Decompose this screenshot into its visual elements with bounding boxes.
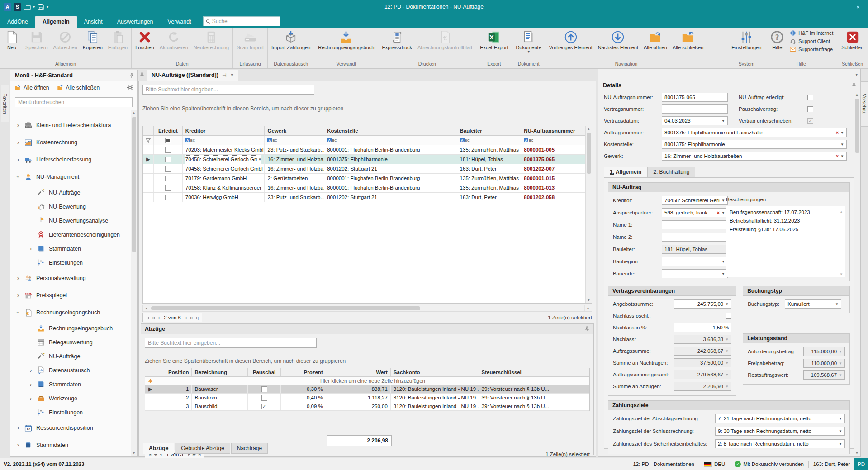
loeschen-button[interactable]: Löschen [133,29,157,50]
maximize-button[interactable] [828,0,848,14]
erledigt-checkbox[interactable] [165,185,171,191]
kostenstelle-field[interactable]: 8001375: Elbphilharmonie▼ [662,140,847,149]
table-row[interactable]: ▶70458: Schreinerei Gerloch Gm...▼16: Zi… [143,155,592,164]
add-row[interactable]: ✱Hier klicken um eine neue Zeile hinzuzu… [145,377,589,385]
ribbon-tab-ansicht[interactable]: Ansicht [77,16,110,28]
baubeginn-field[interactable]: ▼ [662,257,728,266]
chevron-down-icon[interactable]: ▼ [720,119,725,123]
last-page-icon[interactable]: ▸| [196,316,198,320]
pin-icon[interactable] [851,83,857,88]
scroll-down-icon[interactable]: ▼ [587,297,591,303]
menu-item-stammdaten[interactable]: ›Stammdaten [10,437,137,454]
prev-page-icon[interactable]: ◂ [157,316,159,320]
statusbar-pd-badge[interactable]: PD [854,458,868,470]
menu-item-ressourcendisposition[interactable]: ›12Ressourcendisposition [10,419,137,437]
ribbon-tab-auswertungen[interactable]: Auswertungen [110,16,161,28]
table-row[interactable]: 70203: Malermeister Klecks GmbH23: Putz-… [143,145,592,155]
close-window-button[interactable]: × [848,0,868,14]
filter-checkbox[interactable] [165,138,171,143]
chevron-down-icon[interactable]: ▼ [837,429,842,433]
column-header-steuerschluessel[interactable]: Steuerschlüssel [479,368,589,376]
ribbon-search[interactable] [203,16,280,26]
column-header-bauleiter[interactable]: Bauleiter [457,126,522,135]
import-zahlungen-button[interactable]: Import Zahlungen [269,29,313,50]
pin-icon[interactable] [129,73,134,78]
hilfe-button[interactable]: ?Hilfe [766,29,788,50]
menu-item-lieferscheinerfassung[interactable]: ›Lieferscheinerfassung [10,151,137,168]
column-header-position[interactable]: Position [156,368,192,376]
save-icon[interactable] [37,4,44,10]
scroll-right-icon[interactable]: ▸ [584,305,592,311]
ribbon-tab-verwandt[interactable]: Verwandt [161,16,199,28]
chevron-down-icon[interactable]: ▼ [720,199,725,203]
sidebar-scrollbar[interactable]: ▲ ▼ [131,110,137,456]
supportanfrage-button[interactable]: Supportanfrage [790,46,833,52]
ribbon-search-input[interactable] [212,18,277,24]
menu-item-rechnungseingangsbuch[interactable]: ›€Rechnungseingangsbuch [10,304,137,321]
menu-item-nu-management[interactable]: ›NU-Management [10,168,137,185]
scroll-up-icon[interactable]: ▲ [839,208,844,213]
ribbon-tab-allgemein[interactable]: Allgemein [35,16,77,28]
menu-item-klein-und-lieferscheinfaktura[interactable]: ›Klein- und Lieferscheinfaktura [10,117,137,134]
chevron-down-icon[interactable]: › [15,310,21,315]
clear-icon[interactable]: × [834,153,839,159]
menu-item-stammdaten[interactable]: ›Stammdaten [10,377,137,391]
table-row[interactable]: 70458: Schreinerei Gerloch GmbH16: Zimme… [143,164,592,174]
chevron-down-icon[interactable]: ▼ [723,302,729,306]
gewerk-field[interactable]: 16: Zimmer- und Holzbauarbeiten×▼ [662,152,847,161]
ribbon-tab-addone[interactable]: AddOne [0,16,35,28]
column-header-kreditor[interactable]: Kreditor [183,126,265,135]
menu-item-einstellungen[interactable]: Einstellungen [10,405,137,419]
vertragsdatum-field[interactable]: 04.03.2023▼ [662,116,728,125]
table-row[interactable]: 70179: Gardemann GmbH2: Gerüstarbeiten80… [143,174,592,183]
column-header-bezeichnung[interactable]: Bezeichnung [192,368,247,376]
filter-icon[interactable] [146,138,151,143]
chevron-right-icon[interactable]: › [16,292,20,299]
table-row[interactable]: 2Baustrom0,40 %1.118,273120: Bauleistung… [145,394,589,402]
chevron-right-icon[interactable]: › [16,425,20,431]
ansprechpartner-field[interactable]: 598: gerloch, frank×▼ [662,208,728,217]
grid-vertical-scrollbar[interactable]: ▲ ▼ [585,126,592,303]
auftragsnummer-field[interactable]: 8001375: Elbphilharmonie und Laeiszhalle… [662,128,847,137]
kreditor-field[interactable]: 70458: Schreinerei Gerloch▼ [662,196,728,205]
chevron-right-icon[interactable]: › [28,367,33,374]
open-folder-icon[interactable] [24,4,31,10]
chevron-down-icon[interactable]: › [15,175,21,179]
scroll-down-icon[interactable]: ▼ [855,450,859,456]
menu-item-nu-auftraege[interactable]: NU-Aufträge [10,185,137,199]
chevron-right-icon[interactable]: › [16,139,20,146]
dokumente-button[interactable]: Dokumente▾ [513,29,544,54]
chevron-down-icon[interactable]: ▼ [839,154,844,158]
chevron-down-icon[interactable]: ▼ [720,272,725,276]
kopieren-button[interactable]: Kopieren [80,29,105,50]
menu-item-rechnungseingangsbuch[interactable]: Rechnungseingangsbuch [10,321,137,335]
chevron-down-icon[interactable]: ▼ [839,142,844,147]
chevron-down-icon[interactable]: ▼ [257,157,262,161]
text-filter-icon[interactable]: ABC [185,138,195,142]
details-tab-2-buchhaltung[interactable]: 2. Buchhaltung [647,167,695,177]
fast-prev-icon[interactable]: ◂◂ [152,316,154,320]
bottom-tab-nachtraege[interactable]: Nachträge [231,443,268,454]
open-all-button[interactable]: Alle öffnen [14,85,49,91]
table-row[interactable]: 3Bauschild0,09 %250,003120: Bauleistunge… [145,402,589,411]
einstellungen-button[interactable]: Einstellungen [729,29,764,50]
clear-icon[interactable]: × [834,130,839,135]
support-client-button[interactable]: Support Client [790,38,833,44]
next-page-icon[interactable]: ▸ [186,316,187,320]
menu-item-personalverwaltung[interactable]: ›Personalverwaltung [10,270,137,287]
bescheinigungen-list[interactable]: Berufsgenossenschaft: 17.07.2023Betriebs… [726,206,845,277]
menu-item-nu-bewertung[interactable]: NU-Bewertung [10,199,137,214]
text-filter-icon[interactable]: ABC [460,138,470,142]
statusbar-mandant[interactable]: 12: PD - Dokumentationen [628,461,699,467]
details-collapse-strip[interactable]: ▾ [598,69,860,80]
preview-side-tab[interactable]: Vorschau [860,81,868,127]
close-all-button[interactable]: Alle schließen [57,85,100,91]
erledigt-checkbox[interactable] [165,166,171,172]
name-1-field[interactable] [662,220,728,229]
zahlungsziel-des-sicherheitseinbehaltes-field[interactable]: 2: 8 Tage nach Rechnungsdatum, netto▼ [715,439,845,448]
scroll-up-icon[interactable]: ▲ [132,110,136,116]
chevron-right-icon[interactable]: › [16,442,20,448]
scroll-down-icon[interactable]: ▼ [839,270,844,275]
table-row[interactable]: 70036: Herwigg GmbH23: Putz- und Stuckar… [143,193,592,202]
name-2-field[interactable] [662,233,728,242]
